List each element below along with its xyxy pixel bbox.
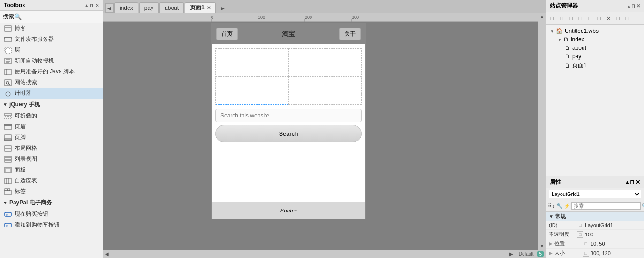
toolbox-item-label: 面板 [15,166,26,174]
toolbox-item-footer[interactable]: 页脚 [0,132,103,143]
tab-page1[interactable]: 页面1 ✕ [185,2,216,13]
toolbox-item-collapsible[interactable]: 可折叠的 [0,110,103,121]
sm-tool-paste[interactable]: □ [595,14,603,23]
tree-item-root[interactable]: ▼ 🏠 Untitled1.wbs [548,27,642,35]
properties-panel: 属性 ▴ ⊓ ✕ LayoutGrid1 ⠿ ↕ 🔧 ⚡ 🔍 ▼ 常规 (ID) [546,176,644,258]
site-manager-title: 站点管理器 [550,2,578,10]
grid-cell-4 [288,77,361,105]
properties-section-general[interactable]: ▼ 常规 [546,212,644,221]
toolbox-item-responsive-table[interactable]: 自适应表 [0,175,103,186]
toolbox-item-label: 计时器 [15,89,31,97]
properties-pin-icon[interactable]: ▴ [626,179,629,186]
prop-tool-sort-icon[interactable]: ↕ [553,202,555,210]
site-manager-close-icon[interactable]: ✕ [636,3,640,8]
properties-header-icons: ▴ ⊓ ✕ [626,179,640,186]
prop-tool-wrench-icon[interactable]: 🔧 [556,202,563,210]
toolbox-item-news-ticker[interactable]: 新闻自动收报机 [0,55,103,66]
toolbox-search-bar: 搜索 🔍 [0,11,103,23]
prop-tool-grid-icon[interactable]: ⠿ [548,202,552,210]
toolbox-item-blog[interactable]: 博客 [0,23,103,34]
tree-item-label: index [571,36,584,43]
toolbox-item-buy-now[interactable]: P 现在购买按钮 [0,209,103,219]
prop-value-position[interactable]: 10, 50 [591,241,605,247]
sm-tool-new-file[interactable]: □ [548,14,556,23]
svg-rect-33 [5,178,11,184]
site-tree: ▼ 🏠 Untitled1.wbs ▼ 🗋 index 🗋 about 🗋 pa… [546,25,644,176]
tab-close-icon[interactable]: ✕ [207,5,211,10]
properties-search-input[interactable] [571,202,641,210]
tree-item-pay[interactable]: 🗋 pay [548,52,642,61]
toolbox-item-label: 标签 [15,188,26,195]
prop-tool-lightning-icon[interactable]: ⚡ [564,202,570,210]
tab-label: index [120,5,133,11]
prop-search-icon[interactable]: 🔍 [642,202,644,210]
scroll-left-icon[interactable]: ◀ [105,251,109,257]
toolbox-pin-icon[interactable]: ▴ [85,3,88,8]
sm-tool-save[interactable]: □ [567,14,575,23]
sm-tool-settings[interactable]: □ [623,14,631,23]
toolbox-item-timer[interactable]: 计时器 [0,88,103,99]
pay-page-icon: 🗋 [565,53,570,60]
toolbox-item-file-server[interactable]: 文件发布服务器 [0,34,103,45]
site-manager-autohide-icon[interactable]: ⊓ [631,3,635,8]
vertical-scrollbar[interactable]: ▲ ▼ [538,13,546,250]
sm-tool-copy[interactable]: □ [585,14,594,23]
toolbox-item-site-search[interactable]: 网站搜索 [0,77,103,88]
layout-grid [215,48,362,105]
tree-item-index[interactable]: ▼ 🗋 index [548,35,642,44]
properties-toolbar: ⠿ ↕ 🔧 ⚡ 🔍 [546,200,644,212]
about-button[interactable]: 关于 [339,28,361,40]
tab-index[interactable]: index [114,2,138,13]
prop-value-opacity[interactable]: 100 [585,232,593,237]
toolbox-section-label: PayPal 电子商务 [9,199,52,207]
tree-expand-icon: ▼ [550,29,554,34]
svg-rect-18 [5,113,11,116]
toolbox-item-header[interactable]: 页眉 [0,121,103,132]
toolbox-item-listview[interactable]: 列表视图 [0,154,103,164]
prop-icon-opacity: □ [577,231,583,238]
toolbox-item-label: 网站搜索 [15,78,37,86]
tree-item-label: pay [572,53,581,60]
properties-close-icon[interactable]: ✕ [636,179,640,186]
scroll-right-icon[interactable]: ▶ [509,251,513,257]
properties-autohide-icon[interactable]: ⊓ [630,179,634,186]
tree-item-page1[interactable]: 🗋 页面1 [548,61,642,70]
toolbox-section-paypal[interactable]: ▼ PayPal 电子商务 [0,197,103,209]
site-manager-pin-icon[interactable]: ▴ [628,3,630,8]
tree-item-about[interactable]: 🗋 about [548,44,642,52]
toolbox-auto-hide-icon[interactable]: ⊓ [90,3,93,8]
tab-label: pay [144,5,153,11]
tab-nav-prev[interactable]: ◀ [105,3,114,13]
prop-value-size[interactable]: 300, 120 [591,250,611,256]
sm-tool-delete[interactable]: ✕ [604,14,613,23]
prop-value-id[interactable]: LayoutGrid1 [585,222,613,228]
toolbox-close-icon[interactable]: ✕ [95,3,99,8]
toolbox-item-tabs[interactable]: 标签 [0,186,103,197]
search-input[interactable] [215,109,362,122]
toolbox-section-jquery[interactable]: ▼ jQuery 手机 [0,99,103,110]
sm-tool-publish[interactable]: □ [576,14,584,23]
scroll-up-icon[interactable]: ▲ [540,14,545,19]
responsive-table-icon [4,177,12,185]
site-search-icon [4,79,12,86]
svg-rect-2 [5,37,11,42]
scroll-down-icon[interactable]: ▼ [540,243,545,249]
about-page-icon: 🗋 [565,45,570,51]
home-button[interactable]: 首页 [216,28,238,40]
canvas-scroll-area: 0 100 200 300 首页 淘宝 [103,13,538,250]
tab-pay[interactable]: pay [139,2,159,13]
toolbox-item-layout-grid[interactable]: 布局网格 [0,143,103,154]
toolbox-item-layer[interactable]: 层 [0,45,103,55]
prop-row-opacity: 不透明度 □ 100 [546,230,644,239]
toolbox-item-add-to-cart[interactable]: P 添加到购物车按钮 [0,219,103,230]
toolbox-item-panel[interactable]: 面板 [0,164,103,175]
toolbox-item-java-script[interactable]: 使用准备好的 Java 脚本 [0,66,103,77]
tab-about[interactable]: about [159,2,184,13]
tab-nav-next[interactable]: ▶ [219,3,227,13]
toolbox-item-label: 自适应表 [15,177,37,185]
sm-tool-open[interactable]: □ [557,14,566,23]
search-button[interactable]: Search [215,125,362,142]
search-icon[interactable]: 🔍 [14,13,22,20]
properties-object-dropdown[interactable]: LayoutGrid1 [549,190,641,198]
sm-tool-rename[interactable]: □ [614,14,622,23]
